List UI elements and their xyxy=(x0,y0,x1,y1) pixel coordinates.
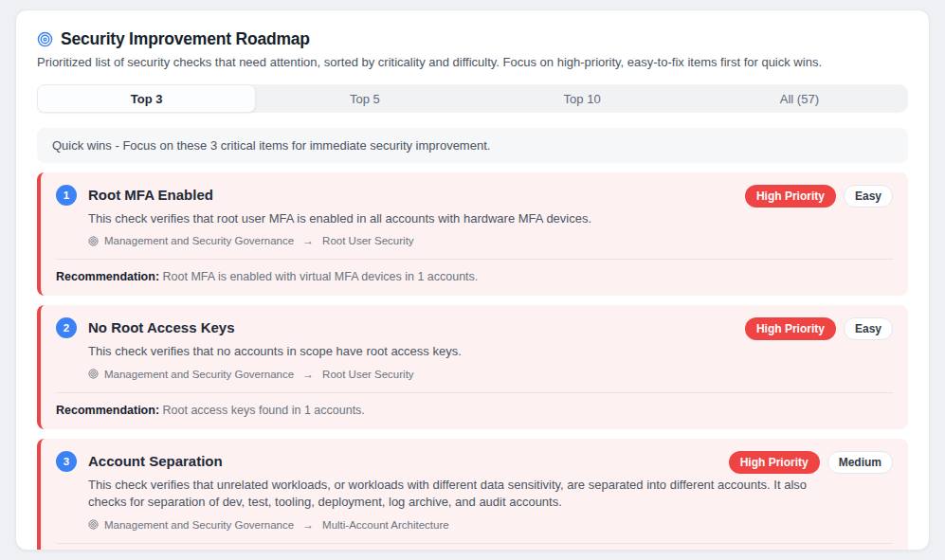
roadmap-panel: Security Improvement Roadmap Prioritized… xyxy=(15,9,930,551)
page-title: Security Improvement Roadmap xyxy=(61,29,310,49)
page-header: Security Improvement Roadmap xyxy=(37,29,908,49)
category-breadcrumb: Management and Security Governance → Roo… xyxy=(88,368,893,381)
rank-badge: 3 xyxy=(56,451,77,472)
difficulty-badge: Medium xyxy=(827,451,893,474)
priority-badge: High Priority xyxy=(745,185,836,208)
category-target-icon xyxy=(88,236,99,246)
check-title: Root MFA Enabled xyxy=(88,185,213,203)
target-icon xyxy=(37,31,53,47)
view-tabs: Top 3 Top 5 Top 10 All (57) xyxy=(37,84,908,113)
check-title: Account Separation xyxy=(88,451,223,469)
tab-all[interactable]: All (57) xyxy=(691,84,908,113)
check-card-account-separation: 3 Account Separation High Priority Mediu… xyxy=(37,439,908,551)
check-description: This check verifies that no accounts in … xyxy=(88,343,809,360)
recommendation-label: Recommendation: xyxy=(56,404,159,417)
priority-badge: High Priority xyxy=(729,451,820,474)
check-description: This check verifies that unrelated workl… xyxy=(88,477,809,512)
check-card-root-mfa: 1 Root MFA Enabled High Priority Easy Th… xyxy=(37,172,908,296)
recommendation-text: Recommendation: Root MFA is enabled with… xyxy=(56,260,893,283)
recommendation-text: Recommendation: Root access keys found i… xyxy=(56,393,893,417)
priority-badge: High Priority xyxy=(745,317,836,340)
subcategory-label: Multi-Account Architecture xyxy=(322,519,449,531)
arrow-right-icon: → xyxy=(300,518,317,532)
category-label: Management and Security Governance xyxy=(104,235,294,246)
tab-top-5[interactable]: Top 5 xyxy=(256,84,473,113)
check-description: This check verifies that root user MFA i… xyxy=(88,210,809,227)
difficulty-badge: Easy xyxy=(844,317,893,340)
recommendation-label: Recommendation: xyxy=(56,270,159,283)
category-breadcrumb: Management and Security Governance → Roo… xyxy=(88,234,893,247)
quick-wins-banner: Quick wins - Focus on these 3 critical i… xyxy=(37,128,908,163)
category-breadcrumb: Management and Security Governance → Mul… xyxy=(88,518,893,532)
subcategory-label: Root User Security xyxy=(322,235,414,246)
category-label: Management and Security Governance xyxy=(104,369,294,380)
rank-badge: 2 xyxy=(56,317,77,338)
tab-top-10[interactable]: Top 10 xyxy=(474,84,691,113)
category-target-icon xyxy=(88,519,99,530)
subcategory-label: Root User Security xyxy=(322,369,414,380)
check-card-root-access-keys: 2 No Root Access Keys High Priority Easy… xyxy=(37,305,908,428)
page-subtitle: Prioritized list of security checks that… xyxy=(37,55,908,69)
rank-badge: 1 xyxy=(56,185,77,206)
arrow-right-icon: → xyxy=(300,234,317,247)
arrow-right-icon: → xyxy=(300,368,317,381)
difficulty-badge: Easy xyxy=(844,185,893,208)
recommendation-text: Recommendation: AWS Organizations is not… xyxy=(56,544,893,551)
check-title: No Root Access Keys xyxy=(88,317,235,335)
category-label: Management and Security Governance xyxy=(104,519,294,531)
category-target-icon xyxy=(88,369,99,379)
tab-top-3[interactable]: Top 3 xyxy=(37,84,256,113)
